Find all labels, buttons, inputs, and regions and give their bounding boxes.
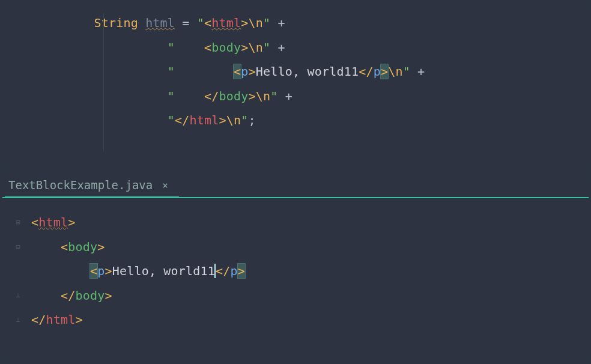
fold-end-icon [11,308,25,332]
b-line-5: </html> [31,312,83,327]
line-5: "</html>\n"; [20,113,256,127]
b-line-2: <body> [31,240,105,254]
bottom-code-area[interactable]: <html> <body> <p>Hello, world11</p> </bo… [2,198,589,332]
b-line-3: <p>Hello, world11</p> [31,264,245,278]
b-line-4: </body> [31,288,112,303]
b-line-1: <html> [31,215,75,229]
fold-icon[interactable] [11,210,25,235]
close-icon[interactable]: × [160,178,171,192]
bottom-code-block: <html> <body> <p>Hello, world11</p> </bo… [31,210,589,332]
bottom-editor-panel: TextBlockExample.java × <html> <body> <p… [2,173,589,359]
fold-gutter [11,210,25,332]
fold-end-icon [11,284,25,308]
line-3: " <p>Hello, world11</p>\n" + [20,64,425,79]
line-2: " <body>\n" + [20,40,285,55]
top-editor-panel: String html = "<html>\n" + " <body>\n" +… [2,0,589,166]
line-1: String html = "<html>\n" + [20,16,285,30]
indent-guide [103,13,104,151]
tab-bar: TextBlockExample.java × [2,173,589,198]
tab-textblockexample[interactable]: TextBlockExample.java × [5,173,179,197]
fold-icon[interactable] [11,235,25,259]
tab-filename: TextBlockExample.java [8,178,153,192]
line-4: " </body>\n" + [20,89,292,103]
keyword-string: String [94,16,138,30]
var-html: html [145,16,175,30]
